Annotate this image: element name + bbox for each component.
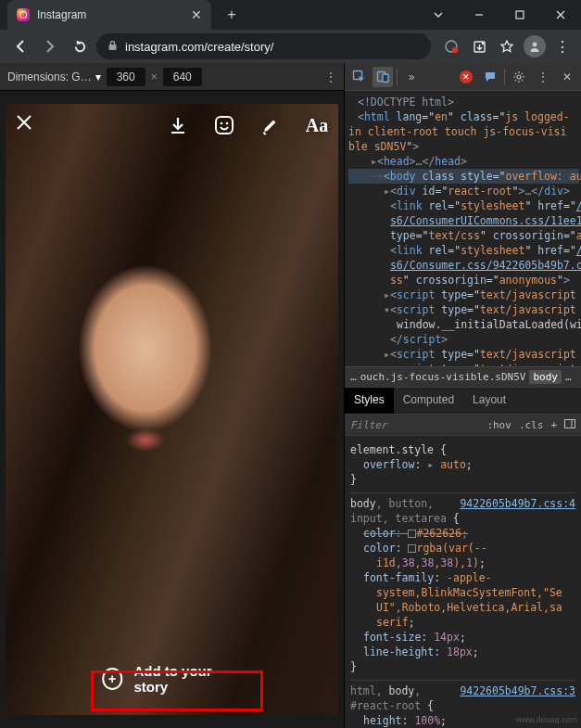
css-rules-panel[interactable]: element.style { overflow: ▸ auto; } 9422… [345, 436, 581, 728]
svg-point-14 [517, 75, 521, 79]
inspect-element-icon[interactable] [348, 67, 369, 87]
new-tab-button[interactable]: + [219, 2, 245, 28]
instagram-favicon-icon [17, 8, 30, 21]
devtools-toolbar: » ✕ ⋮ ✕ [345, 63, 581, 91]
add-to-story-button[interactable]: + Add to your story [89, 656, 256, 702]
profile-avatar[interactable] [524, 35, 546, 57]
svg-point-4 [452, 47, 458, 53]
install-app-icon[interactable] [468, 35, 490, 57]
new-rule-icon[interactable]: + [550, 419, 557, 431]
watermark: www.deuaq.com [516, 715, 577, 724]
draw-icon[interactable] [259, 113, 283, 137]
lock-icon [107, 40, 118, 54]
nav-forward-button[interactable] [37, 33, 63, 59]
styles-tabs: Styles Computed Layout [345, 388, 581, 414]
dimension-x: × [151, 70, 158, 83]
svg-rect-13 [383, 74, 388, 83]
dropdown-icon: ▾ [95, 70, 101, 83]
cls-toggle[interactable]: .cls [519, 419, 544, 431]
close-story-button[interactable] [15, 113, 43, 137]
panel-dock-icon[interactable] [564, 419, 575, 431]
story-photo [6, 104, 338, 715]
tab-styles[interactable]: Styles [345, 388, 394, 414]
height-input[interactable] [163, 68, 202, 86]
nav-reload-button[interactable] [67, 33, 93, 59]
styles-filter-input[interactable]: Filter [350, 419, 479, 431]
add-to-story-label: Add to your story [133, 663, 242, 695]
window-minimize-button[interactable] [459, 0, 499, 30]
feedback-icon[interactable] [480, 67, 500, 87]
dom-body-row[interactable]: ⋯▾<body class style="overflow: aut [348, 169, 579, 184]
css-source-link[interactable]: 9422605b49b7.css:4 [460, 496, 575, 511]
nav-back-button[interactable] [7, 33, 33, 59]
svg-point-7 [533, 43, 537, 47]
css-source-link-2[interactable]: 9422605b49b7.css:3 [460, 683, 575, 698]
toggle-device-icon[interactable] [373, 67, 393, 87]
crumb-html[interactable]: ouch.js-focus-visible.sDN5V [360, 371, 526, 383]
breadcrumb[interactable]: … ouch.js-focus-visible.sDN5V body … [345, 367, 581, 388]
hov-toggle[interactable]: :hov [486, 419, 512, 431]
bookmark-star-icon[interactable] [496, 35, 518, 57]
svg-point-10 [226, 122, 229, 125]
window-close-button[interactable] [540, 0, 581, 30]
chrome-menu-button[interactable]: ⋮ [551, 35, 574, 57]
dom-doctype: <!DOCTYPE html> [358, 96, 454, 109]
browser-tab[interactable]: Instagram ✕ [7, 0, 211, 30]
devtools-settings-icon[interactable] [509, 67, 529, 87]
sticker-icon[interactable] [212, 113, 236, 137]
width-input[interactable] [107, 68, 145, 86]
device-toolbar: Dimensions: G… ▾ × ⋮ [0, 63, 344, 91]
devtools-more-icon[interactable]: ⋮ [533, 67, 553, 87]
device-select[interactable]: Dimensions: G… ▾ [7, 70, 101, 83]
download-icon[interactable] [166, 113, 190, 137]
devtools-close-icon[interactable]: ✕ [557, 67, 577, 87]
omnibox[interactable]: instagram.com/create/story/ [96, 33, 431, 59]
svg-point-9 [221, 122, 223, 125]
tab-close-icon[interactable]: ✕ [191, 7, 202, 22]
tab-layout[interactable]: Layout [463, 388, 515, 414]
svg-rect-15 [565, 419, 575, 428]
elements-panel[interactable]: <!DOCTYPE html> <html lang="en" class="j… [345, 91, 581, 367]
svg-point-6 [481, 42, 484, 45]
tab-computed[interactable]: Computed [394, 388, 463, 414]
device-more-icon[interactable]: ⋮ [325, 70, 336, 83]
svg-rect-1 [516, 11, 524, 19]
svg-rect-8 [216, 117, 233, 134]
tabs-overflow-icon[interactable]: » [401, 67, 422, 87]
story-editor: Aa + Add to your story [6, 104, 338, 715]
plus-circle-icon: + [102, 668, 123, 690]
window-maximize-button[interactable] [499, 0, 540, 30]
chrome-dropdown-icon[interactable] [418, 0, 459, 30]
crumb-body[interactable]: body [529, 370, 562, 384]
text-tool-button[interactable]: Aa [305, 113, 329, 137]
url-text: instagram.com/create/story/ [125, 40, 273, 54]
svg-rect-2 [109, 45, 117, 50]
extension-icon[interactable] [440, 35, 462, 57]
tab-title: Instagram [37, 8, 183, 21]
error-badge[interactable]: ✕ [456, 67, 476, 87]
